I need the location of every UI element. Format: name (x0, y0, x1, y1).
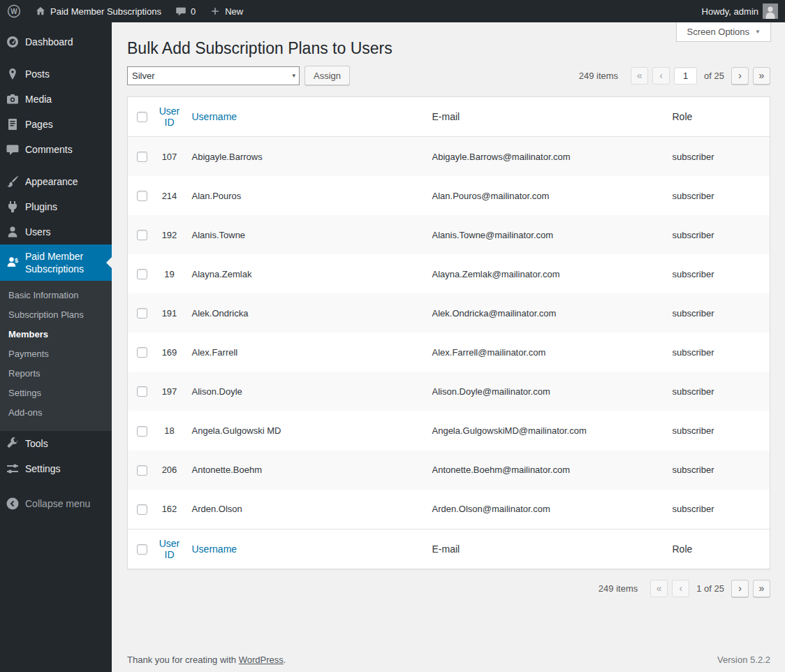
sort-username-link[interactable]: Username (192, 111, 237, 122)
last-page-button-bottom[interactable]: » (753, 580, 770, 597)
user-id-cell: 192 (154, 215, 185, 254)
table-row: 197 Alison.Doyle Alison.Doyle@mailinator… (128, 372, 770, 411)
sidebar-item-media[interactable]: Media (0, 87, 112, 112)
tools-wrench-icon (6, 437, 20, 451)
username-cell: Antonette.Boehm (185, 451, 425, 490)
row-checkbox[interactable] (137, 191, 147, 201)
assign-button[interactable]: Assign (305, 66, 350, 85)
role-cell: subscriber (666, 490, 770, 529)
table-row: 206 Antonette.Boehm Antonette.Boehm@mail… (128, 451, 770, 490)
role-cell: subscriber (666, 333, 770, 372)
row-checkbox[interactable] (137, 426, 147, 437)
sidebar-item-dashboard[interactable]: Dashboard (0, 29, 112, 54)
email-cell: Abigayle.Barrows@mailinator.com (425, 137, 666, 177)
table-row: 192 Alanis.Towne Alanis.Towne@mailinator… (128, 215, 770, 254)
plugins-plug-icon (6, 200, 20, 214)
sort-username-link-bottom[interactable]: Username (192, 543, 237, 555)
sidebar-item-label: Dashboard (25, 36, 73, 48)
email-column-header: E-mail (425, 97, 666, 137)
members-table: User ID Username E-mail Role 107 Abigayl… (127, 96, 770, 569)
user-id-cell: 19 (154, 254, 185, 293)
role-cell: subscriber (666, 137, 770, 177)
sidebar-item-posts[interactable]: Posts (0, 61, 112, 87)
tablenav-bottom: 249 items « ‹ 1 of 25 › » (127, 580, 770, 597)
table-row: 191 Alek.Ondricka Alek.Ondricka@mailinat… (128, 293, 770, 333)
sidebar-item-tools[interactable]: Tools (0, 431, 112, 456)
sidebar-item-plugins[interactable]: Plugins (0, 194, 112, 219)
submenu-settings[interactable]: Settings (0, 384, 112, 403)
submenu-basic-information[interactable]: Basic Information (0, 286, 112, 305)
sidebar-item-paid-member-subscriptions[interactable]: $ Paid Member Subscriptions (0, 244, 112, 281)
sidebar-item-comments[interactable]: Comments (0, 137, 112, 162)
items-count: 249 items (579, 71, 618, 81)
wordpress-link[interactable]: WordPress (239, 655, 284, 665)
pagination-top: 249 items « ‹ of 25 › » (579, 67, 770, 85)
next-page-button[interactable]: › (731, 67, 749, 85)
submenu-subscription-plans[interactable]: Subscription Plans (0, 305, 112, 325)
sidebar-item-settings[interactable]: Settings (0, 456, 112, 481)
submenu-members[interactable]: Members (0, 325, 112, 344)
sort-user-id-link[interactable]: User ID (159, 105, 180, 128)
email-cell: Alek.Ondricka@mailinator.com (425, 293, 666, 333)
sidebar-item-users[interactable]: Users (0, 219, 112, 244)
row-checkbox[interactable] (137, 465, 147, 476)
row-checkbox[interactable] (137, 308, 147, 319)
comments-bubble-icon (6, 143, 20, 156)
next-page-button-bottom[interactable]: › (731, 580, 749, 597)
plan-select[interactable]: Silver (127, 66, 300, 85)
role-cell: subscriber (666, 215, 770, 254)
total-pages-label: of 25 (704, 71, 724, 81)
first-page-button-bottom: « (650, 580, 668, 597)
footer-thanks: Thank you for creating with WordPress. (127, 655, 286, 665)
dashboard-icon (6, 35, 20, 49)
email-cell: Alayna.Zemlak@mailinator.com (425, 254, 666, 293)
last-page-button[interactable]: » (753, 67, 770, 85)
bulk-actions: Silver ▾ Assign (127, 66, 350, 85)
role-cell: subscriber (666, 411, 770, 450)
user-id-cell: 214 (154, 176, 185, 215)
items-count-bottom: 249 items (599, 583, 638, 594)
email-cell: Alanis.Towne@mailinator.com (425, 215, 666, 254)
screen-options-toggle[interactable]: Screen Options ▼ (676, 22, 771, 42)
sidebar-item-label: Comments (25, 143, 73, 156)
settings-sliders-icon (6, 462, 20, 476)
my-account-link[interactable]: Howdy, admin (695, 0, 785, 22)
svg-text:$: $ (15, 257, 18, 264)
username-cell: Alison.Doyle (185, 372, 425, 411)
email-cell: Angela.GulgowskiMD@mailinator.com (425, 411, 666, 450)
select-all-checkbox[interactable] (137, 112, 147, 122)
prev-page-button-bottom: ‹ (672, 580, 689, 597)
row-checkbox[interactable] (137, 269, 147, 279)
tablenav-top: Silver ▾ Assign 249 items « ‹ of 25 › » (127, 66, 770, 85)
sidebar-item-label: Settings (25, 462, 61, 475)
row-checkbox[interactable] (137, 152, 147, 162)
row-checkbox[interactable] (137, 230, 147, 240)
site-name-link[interactable]: Paid Member Subscriptions (28, 0, 168, 22)
comments-link[interactable]: 0 (168, 0, 203, 22)
role-column-footer: Role (666, 529, 770, 569)
sort-user-id-link-bottom[interactable]: User ID (159, 538, 180, 560)
submenu-add-ons[interactable]: Add-ons (0, 403, 112, 423)
sidebar-item-pages[interactable]: Pages (0, 112, 112, 137)
members-table-body: 107 Abigayle.Barrows Abigayle.Barrows@ma… (128, 137, 770, 529)
page-title: Bulk Add Subscription Plans to Users (127, 38, 770, 59)
new-content-link[interactable]: New (203, 0, 250, 22)
row-checkbox[interactable] (137, 386, 147, 397)
collapse-menu-button[interactable]: Collapse menu (0, 491, 112, 516)
table-footer-row: User ID Username E-mail Role (128, 529, 770, 569)
plus-icon (210, 6, 221, 17)
role-cell: subscriber (666, 372, 770, 411)
current-page-input[interactable] (674, 67, 697, 85)
sidebar-item-label: Tools (25, 437, 48, 450)
table-row: 18 Angela.Gulgowski MD Angela.GulgowskiM… (128, 411, 770, 450)
row-checkbox[interactable] (137, 504, 147, 515)
submenu-reports[interactable]: Reports (0, 364, 112, 384)
version-label: Version 5.2.2 (717, 655, 770, 665)
wordpress-logo[interactable]: W (0, 0, 28, 22)
table-row: 107 Abigayle.Barrows Abigayle.Barrows@ma… (128, 137, 770, 177)
username-cell: Alayna.Zemlak (185, 254, 425, 293)
sidebar-item-appearance[interactable]: Appearance (0, 169, 112, 194)
select-all-checkbox-bottom[interactable] (137, 544, 147, 555)
submenu-payments[interactable]: Payments (0, 344, 112, 364)
row-checkbox[interactable] (137, 347, 147, 358)
